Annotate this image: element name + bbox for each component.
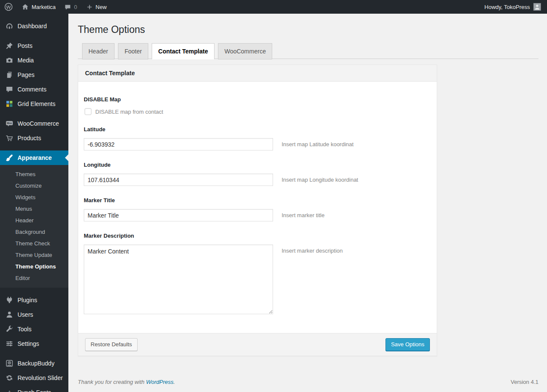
submenu-item-themes[interactable]: Themes xyxy=(0,168,68,180)
sidebar-item-revolution-slider[interactable]: Revolution Slider xyxy=(0,371,68,385)
sidebar-item-posts[interactable]: Posts xyxy=(0,38,68,53)
marker-title-label: Marker Title xyxy=(84,197,431,203)
sidebar-item-label: Revolution Slider xyxy=(18,374,63,381)
longitude-hint: Insert map Longitude koordinat xyxy=(282,174,358,183)
save-options-button[interactable]: Save Options xyxy=(385,338,430,351)
avatar xyxy=(533,3,541,11)
sidebar-item-label: Posts xyxy=(18,42,32,49)
sidebar-item-media[interactable]: Media xyxy=(0,53,68,68)
comment-bubble-icon xyxy=(64,3,71,11)
submenu-item-header[interactable]: Header xyxy=(0,215,68,226)
sidebar-item-label: Comments xyxy=(18,86,47,93)
menu-separator xyxy=(0,14,68,19)
howdy-text: Howdy, TokoPress xyxy=(485,4,530,10)
sidebar-item-label: Products xyxy=(18,135,41,141)
wordpress-logo-icon xyxy=(4,3,13,11)
comments-count: 0 xyxy=(74,4,77,10)
sidebar-item-backupbuddy[interactable]: BackupBuddy xyxy=(0,356,68,371)
dashboard-icon xyxy=(5,22,14,30)
sliders-icon xyxy=(5,339,14,348)
sidebar-item-tools[interactable]: Tools xyxy=(0,322,68,336)
sidebar-item-plugins[interactable]: Plugins xyxy=(0,293,68,307)
marker-title-row: Insert marker title xyxy=(84,209,431,221)
disable-map-checkbox[interactable] xyxy=(85,108,91,115)
contact-template-panel: Contact Template DISABLE Map DISABLE map… xyxy=(78,65,437,356)
wordpress-logo-menu[interactable] xyxy=(0,0,17,14)
tab-contact-template[interactable]: Contact Template xyxy=(152,43,214,59)
tab-woocommerce[interactable]: WooCommerce xyxy=(218,43,272,59)
tab-header[interactable]: Header xyxy=(82,43,115,59)
new-content-menu[interactable]: New xyxy=(82,0,111,14)
sidebar-item-products[interactable]: Products xyxy=(0,131,68,145)
svg-text:Woo: Woo xyxy=(7,122,12,124)
disable-map-label: DISABLE Map xyxy=(84,96,431,103)
sidebar-item-pages[interactable]: Pages xyxy=(0,68,68,82)
wrench-icon xyxy=(5,325,14,333)
sidebar-item-label: Pages xyxy=(18,71,35,78)
menu-separator xyxy=(0,111,68,116)
site-name: Marketica xyxy=(32,4,56,10)
new-label: New xyxy=(96,4,107,10)
marker-title-input[interactable] xyxy=(84,209,273,221)
latitude-row: Insert map Latitude koordinat xyxy=(84,138,431,150)
account-menu[interactable]: Howdy, TokoPress xyxy=(485,3,547,11)
sidebar-item-grid-elements[interactable]: Grid Elements xyxy=(0,97,68,111)
sidebar-item-woocommerce[interactable]: Woo WooCommerce xyxy=(0,116,68,131)
panel-footer: Restore Defaults Save Options xyxy=(78,333,437,356)
plugin-icon xyxy=(5,296,14,304)
marker-description-hint: Insert marker description xyxy=(282,245,343,254)
submenu-item-theme-check[interactable]: Theme Check xyxy=(0,238,68,249)
sidebar-item-label: Punch Fonts xyxy=(18,389,51,392)
longitude-label: Longitude xyxy=(84,162,431,168)
sidebar-item-label: Plugins xyxy=(18,297,37,304)
submenu-item-theme-options[interactable]: Theme Options xyxy=(0,261,68,272)
submenu-item-customize[interactable]: Customize xyxy=(0,180,68,192)
woocommerce-icon: Woo xyxy=(5,119,14,128)
restore-defaults-button[interactable]: Restore Defaults xyxy=(85,338,138,351)
panel-title: Contact Template xyxy=(78,65,437,82)
submenu-item-editor[interactable]: Editor xyxy=(0,272,68,284)
longitude-input[interactable] xyxy=(84,174,273,186)
tab-footer[interactable]: Footer xyxy=(118,43,148,59)
sidebar-item-label: Dashboard xyxy=(18,23,47,29)
marker-title-hint: Insert marker title xyxy=(282,209,324,218)
plus-icon xyxy=(86,3,93,11)
comments-menu[interactable]: 0 xyxy=(60,0,81,14)
site-name-menu[interactable]: Marketica xyxy=(17,0,60,14)
menu-separator xyxy=(0,145,68,150)
sidebar-item-label: WooCommerce xyxy=(18,120,59,127)
sidebar-item-label: Media xyxy=(18,57,34,64)
submenu-item-menus[interactable]: Menus xyxy=(0,203,68,215)
pushpin-icon xyxy=(5,41,14,50)
camera-icon xyxy=(5,56,14,65)
home-icon xyxy=(21,3,29,11)
disable-map-row: DISABLE map from contact xyxy=(84,108,431,115)
page-title: Theme Options xyxy=(78,24,538,36)
page-footer: Thank you for creating with WordPress. V… xyxy=(78,379,538,385)
submenu-item-background[interactable]: Background xyxy=(0,226,68,238)
sidebar-item-comments[interactable]: Comments xyxy=(0,82,68,97)
sidebar-item-label: BackupBuddy xyxy=(18,360,54,367)
latitude-input[interactable] xyxy=(84,138,273,150)
tab-bar: Header Footer Contact Template WooCommer… xyxy=(78,43,538,59)
sidebar-item-label: Appearance xyxy=(18,154,52,161)
sidebar-item-appearance[interactable]: Appearance xyxy=(0,150,68,165)
sidebar-item-punch-fonts[interactable]: A Punch Fonts xyxy=(0,385,68,392)
sidebar-item-users[interactable]: Users xyxy=(0,307,68,322)
sidebar-item-settings[interactable]: Settings xyxy=(0,336,68,351)
sidebar-item-dashboard[interactable]: Dashboard xyxy=(0,19,68,33)
marker-description-textarea[interactable]: Marker Content xyxy=(84,245,273,314)
sidebar-item-label: Tools xyxy=(18,326,32,333)
submenu-item-theme-update[interactable]: Theme Update xyxy=(0,249,68,261)
version-text: Version 4.1 xyxy=(511,379,538,385)
disable-map-checkbox-label: DISABLE map from contact xyxy=(95,109,163,115)
menu-separator xyxy=(0,351,68,356)
submenu-item-widgets[interactable]: Widgets xyxy=(0,192,68,203)
letter-a-icon: A xyxy=(5,388,14,392)
sidebar-item-label: Settings xyxy=(18,340,39,347)
sidebar-item-label: Grid Elements xyxy=(18,100,56,107)
wordpress-link[interactable]: WordPress xyxy=(146,379,174,385)
admin-sidebar: Dashboard Posts Media Pages Comments Gri… xyxy=(0,14,68,392)
marker-description-label: Marker Description xyxy=(84,233,431,239)
marker-description-row: Marker Content Insert marker description xyxy=(84,245,431,314)
